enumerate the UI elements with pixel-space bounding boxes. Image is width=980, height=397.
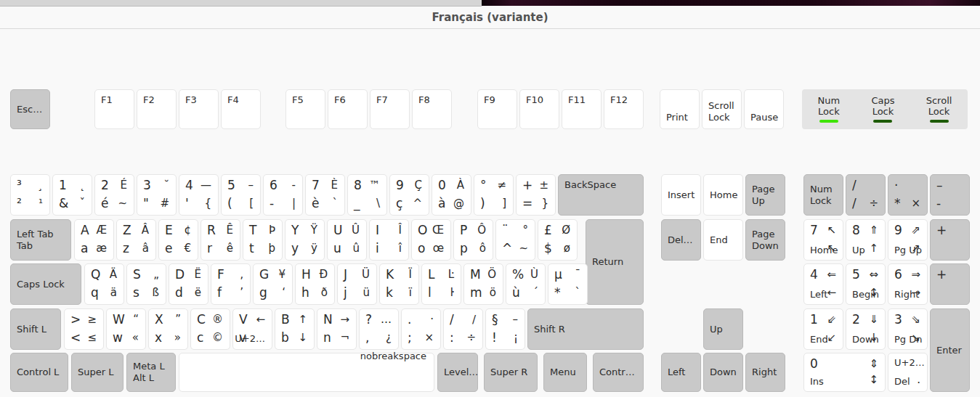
indicator-panel: NumLockCapsLockScrollLock — [802, 89, 968, 129]
key-f12-label: F12 — [610, 94, 628, 106]
key-dollar-legend-tr: Ø — [562, 225, 570, 236]
key-u-legend-tl: U — [333, 224, 342, 237]
key-control-r-label: Contr… — [599, 367, 635, 378]
key-kp-4-legend-br: ← — [827, 287, 836, 298]
key-asterisk-legend-tr: ¯ — [575, 269, 581, 280]
key-f-legend-tl: F — [217, 269, 224, 281]
key-9: 9çÇ^ — [389, 174, 429, 216]
key-6-legend-bl: - — [270, 197, 274, 210]
key-down-label: Down — [710, 367, 737, 378]
key-p-legend-tr: Ô — [477, 225, 486, 236]
key-kp-1: 1End⇙↙ — [803, 308, 843, 350]
key-0-legend-tr: À — [457, 180, 464, 191]
key-f3: F3 — [179, 89, 219, 129]
key-q-legend-br: ä — [110, 287, 117, 298]
key-4-legend-br: { — [204, 198, 211, 209]
key-b: Bb↑↓ — [275, 308, 315, 350]
key-e: Ee¢€ — [158, 219, 198, 261]
key-kp-7-legend-tr: ↖ — [827, 225, 836, 236]
key-2-legend-bl: é — [101, 197, 108, 210]
key-i-legend-tr: Î — [399, 225, 402, 236]
key-plus-legend-tr: ± — [539, 180, 548, 191]
key-kp-9: 9Pg Up⇗↗ — [888, 219, 928, 261]
key-1-legend-bl: & — [59, 197, 68, 210]
key-kp-8: 8Up⇑↑ — [846, 219, 886, 261]
key-ugrave-legend-br: ´ — [533, 287, 539, 298]
key-n-legend-tr: → — [340, 314, 349, 325]
key-kp-0: 0Ins⇕↕ — [803, 353, 886, 392]
key-h-legend-br: ð — [321, 287, 328, 298]
key-end-label: End — [710, 234, 728, 245]
key-delete: Del… — [661, 219, 701, 261]
key-4: 4'—{ — [179, 174, 219, 216]
key-print: Print — [660, 89, 700, 129]
key-caps-lock-label: Caps Lock — [17, 278, 65, 290]
key-h: HhÐð — [295, 263, 335, 305]
key-r-legend-tr: Ê — [227, 225, 233, 236]
key-n-legend-bl: n — [323, 332, 331, 344]
key-super-r: Super R — [484, 353, 538, 392]
key-l-legend-tl: L — [428, 269, 434, 281]
key-num-lock-label: NumLock — [810, 183, 833, 207]
key-kp-1-legend-tl: 1 — [810, 314, 818, 326]
key-kp-add-1-legend-tl: + — [936, 224, 947, 237]
key-u-legend-br: û — [352, 243, 360, 254]
key-z-legend-tl: Z — [123, 224, 131, 237]
key-c-legend-tr: ® — [212, 314, 223, 325]
key-f12: F12 — [604, 89, 644, 129]
key-l-legend-bl: l — [428, 287, 432, 299]
key-0: 0àÀ@ — [432, 174, 471, 216]
key-kp-9-legend-tl: 9 — [894, 224, 902, 237]
key-exclam: §!–¡ — [485, 308, 525, 350]
key-g-legend-br: ‘ — [282, 287, 286, 298]
key-kp-divide-legend-bl: / — [852, 197, 857, 210]
key-colon-legend-tr: ∕ — [472, 314, 476, 325]
key-f4: F4 — [221, 89, 261, 129]
key-home: Home — [703, 174, 743, 216]
key-f3-label: F3 — [185, 94, 197, 106]
key-w: Ww“« — [106, 308, 146, 350]
key-2-legend-tl: 2 — [101, 179, 109, 192]
key-v-legend-tl: V — [239, 314, 248, 326]
key-t-legend-tr: Þ — [269, 225, 275, 236]
key-ugrave: %ùÙ´ — [506, 263, 546, 305]
key-colon-legend-bl: : — [450, 332, 454, 344]
key-kp-subtract-legend-tl: – — [936, 179, 943, 192]
key-page-up: PageUp — [745, 174, 785, 216]
key-circumflex-legend-tl: ¨ — [502, 224, 509, 237]
key-m-legend-tl: M — [470, 269, 481, 281]
key-y-legend-tr: Ÿ — [311, 225, 317, 236]
key-o: OoŒœ — [411, 219, 451, 261]
key-delete-label: Del… — [668, 234, 693, 245]
key-f9: F9 — [477, 89, 517, 129]
key-j-legend-tr: Ü — [362, 269, 370, 280]
key-f9-label: F9 — [484, 94, 495, 106]
key-lessthan-legend-bl: < — [70, 332, 81, 344]
key-shift-r: Shift R — [527, 308, 644, 350]
key-kp-6-legend-tr: ⇒ — [911, 269, 920, 280]
key-z: ZzÂâ — [116, 219, 156, 261]
key-asterisk-legend-br: ` — [575, 287, 581, 298]
key-circumflex: ¨^°~ — [495, 219, 535, 261]
key-kp-multiply: ·*× — [888, 174, 928, 216]
key-colon: /:∕÷ — [443, 308, 483, 350]
key-kp-decimal: U+2…Del. — [888, 353, 928, 392]
key-b-legend-bl: b — [281, 332, 289, 344]
key-j-legend-bl: j — [344, 287, 347, 299]
key-shift-r-label: Shift R — [534, 323, 565, 335]
key-kp-5-legend-tl: 5 — [852, 269, 860, 281]
key-f7: F7 — [370, 89, 410, 129]
key-left-label: Left — [668, 367, 685, 378]
key-5-legend-bl: ( — [227, 197, 232, 210]
key-v-legend-tr: ← — [256, 314, 265, 325]
key-home-label: Home — [710, 189, 737, 200]
key-r: RrÊê — [201, 219, 240, 261]
key-pause: Pause — [744, 89, 784, 129]
key-asterisk-legend-bl: * — [554, 287, 561, 299]
key-super-r-label: Super R — [490, 367, 527, 378]
key-superscript: ³²¸¹ — [10, 174, 50, 216]
key-menu: Menu — [543, 353, 587, 392]
key-i-legend-bl: i — [376, 242, 379, 255]
key-4-legend-tl: 4 — [185, 179, 193, 192]
key-7: 7èÈ` — [305, 174, 345, 216]
